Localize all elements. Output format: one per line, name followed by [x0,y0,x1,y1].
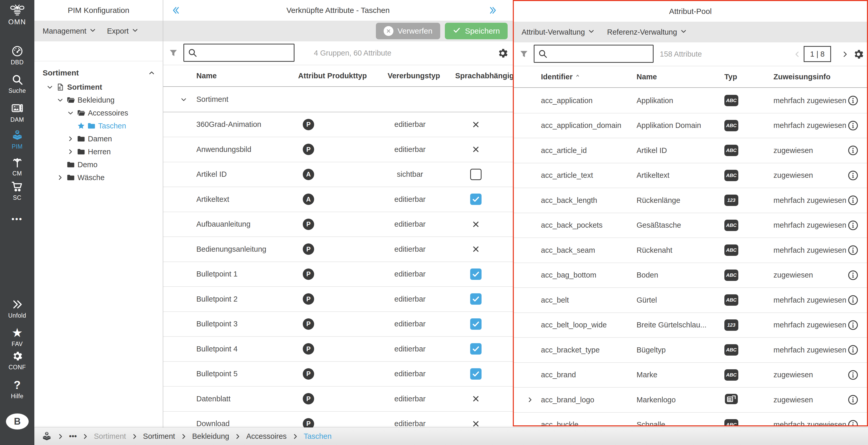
table-row[interactable]: acc_article_idArtikel IDABCzugewiesen [514,138,867,163]
sidebar-item-cm[interactable]: CM [0,155,34,177]
column-header-sprachabhaengig[interactable]: Sprachabhängig [455,65,513,86]
info-icon[interactable] [847,338,859,362]
column-header-typ[interactable]: Typ [724,66,737,87]
breadcrumb-item[interactable]: Sortiment [143,432,175,441]
attribut-verwaltung-menu[interactable]: Attribut-Verwaltung [522,28,595,36]
tree-item-taschen[interactable]: Taschen [34,119,163,132]
page-indicator[interactable]: 1 | 8 [804,46,831,62]
table-row[interactable]: acc_back_seamRückenahtABCmehrfach zugewi… [514,238,867,263]
save-button[interactable]: Speichern [445,23,507,39]
tree-item-w-sche[interactable]: Wäsche [34,171,163,184]
sidebar-item-omn[interactable]: OMN [0,4,34,26]
table-row[interactable]: Bulletpoint 3Peditierbar [163,312,513,337]
attribute-group-row[interactable]: Sortiment [163,87,513,112]
table-row[interactable]: acc_application_domainApplikation Domain… [514,114,867,139]
tree-item-sortiment[interactable]: Sortiment [34,81,163,93]
table-row[interactable]: acc_brandMarkeABCzugewiesen [514,363,867,388]
sidebar-item-more[interactable]: ••• [0,212,34,226]
sidebar-item-hilfe[interactable]: ?Hilfe [0,378,34,400]
gear-icon[interactable] [497,47,509,60]
table-row[interactable]: acc_belt_loop_wideBreite Gürtelschlau...… [514,313,867,338]
table-row[interactable]: acc_bag_bottomBodenABCzugewiesen [514,263,867,288]
table-row[interactable]: ArtikeltextAeditierbar [163,187,513,212]
info-icon[interactable] [847,138,859,163]
sidebar-item-pim[interactable]: PIM [0,129,34,150]
breadcrumb-item[interactable]: Taschen [304,432,332,441]
table-row[interactable]: acc_brand_logoMarkenlogozugewiesen [514,388,867,413]
table-row[interactable]: acc_bracket_typeBügeltypABCmehrfach zuge… [514,338,867,363]
column-header-name[interactable]: Name [196,65,217,86]
info-icon[interactable] [847,238,859,263]
chevron-down-icon[interactable] [56,96,66,104]
tree-item-herren[interactable]: Herren [34,145,163,158]
sidebar-item-dam[interactable]: DAM [0,102,34,123]
tree-item-demo[interactable]: Demo [34,158,163,171]
sidebar-item-suche[interactable]: Suche [0,73,34,94]
chevron-down-icon[interactable] [46,83,56,91]
language-dependent-checkbox[interactable] [470,368,482,380]
chevron-down-icon[interactable] [67,109,76,117]
table-row[interactable]: acc_article_textArtikeltextABCzugewiesen [514,163,867,188]
table-row[interactable]: BedienungsanleitungPeditierbar [163,237,513,262]
gear-icon[interactable] [852,48,864,61]
language-dependent-checkbox[interactable] [470,293,482,305]
tree-item-accessoires[interactable]: Accessoires [34,107,163,119]
table-row[interactable]: acc_back_lengthRückenlänge123mehrfach zu… [514,188,867,213]
table-row[interactable]: Artikel IDAsichtbar [163,162,513,187]
info-icon[interactable] [847,213,859,238]
info-icon[interactable] [847,88,859,113]
table-row[interactable]: acc_buckleSchnalleABCmehrfach zugewiesen [514,413,867,427]
column-header-identifier[interactable]: Identifier [541,66,580,87]
column-header-name[interactable]: Name [637,66,657,87]
chevron-right-icon[interactable] [56,174,66,181]
column-header-produkttyp[interactable]: Attribut Produkttyp [294,65,371,86]
column-header-vererbungstyp[interactable]: Vererbungstyp [375,65,453,86]
user-avatar[interactable]: B [6,413,29,429]
tree-item-damen[interactable]: Damen [34,132,163,145]
column-header-zuweisungsinfo[interactable]: Zuweisungsinfo [773,66,831,87]
sidebar-item-dbd[interactable]: DBD [0,44,34,66]
management-menu[interactable]: Management [43,27,96,35]
info-icon[interactable] [847,114,859,138]
table-row[interactable]: AnwendungsbildPeditierbar [163,137,513,162]
sidebar-item-fav[interactable]: ★FAV [0,326,34,348]
chevron-down-icon[interactable] [180,87,190,112]
info-icon[interactable] [847,263,859,288]
discard-button[interactable]: Verwerfen [376,23,440,39]
info-icon[interactable] [847,163,859,188]
table-row[interactable]: acc_applicationApplikationABCmehrfach zu… [514,88,867,114]
sidebar-item-conf[interactable]: CONF [0,349,34,371]
search-input[interactable] [197,49,294,57]
table-row[interactable]: DatenblattPeditierbar [163,387,513,412]
favorite-star-icon[interactable] [77,122,87,130]
breadcrumb-home-icon[interactable] [41,431,52,442]
panel-collapse-right-icon[interactable] [488,0,498,21]
filter-funnel-icon[interactable] [168,48,178,59]
page-previous-icon[interactable] [793,50,801,60]
breadcrumb-item[interactable]: Bekleidung [192,432,229,441]
info-icon[interactable] [847,413,859,427]
language-dependent-checkbox[interactable] [470,318,482,330]
sidebar-item-unfold[interactable]: Unfold [0,298,34,319]
tree-item-bekleidung[interactable]: Bekleidung [34,93,163,107]
expand-row-icon[interactable] [526,388,536,412]
table-row[interactable]: Bulletpoint 4Peditierbar [163,337,513,362]
table-row[interactable]: Bulletpoint 5Peditierbar [163,362,513,387]
table-row[interactable]: Bulletpoint 1Peditierbar [163,262,513,287]
info-icon[interactable] [847,313,859,337]
table-row[interactable]: acc_beltGürtelABCmehrfach zugewiesen [514,288,867,313]
table-row[interactable]: AufbauanleitungPeditierbar [163,212,513,237]
filter-funnel-icon[interactable] [519,49,529,60]
info-icon[interactable] [847,188,859,213]
collapse-section-icon[interactable] [148,69,156,77]
breadcrumb-item[interactable]: Accessoires [246,432,286,441]
info-icon[interactable] [847,363,859,387]
info-icon[interactable] [847,288,859,313]
chevron-right-icon[interactable] [67,148,76,155]
export-menu[interactable]: Export [107,27,138,35]
referenz-verwaltung-menu[interactable]: Referenz-Verwaltung [607,28,687,36]
search-input[interactable] [548,50,653,58]
table-row[interactable]: acc_back_pocketsGesäßtascheABCmehrfach z… [514,213,867,238]
breadcrumb-item[interactable]: Sortiment [94,432,126,441]
table-row[interactable]: Bulletpoint 2Peditierbar [163,287,513,312]
